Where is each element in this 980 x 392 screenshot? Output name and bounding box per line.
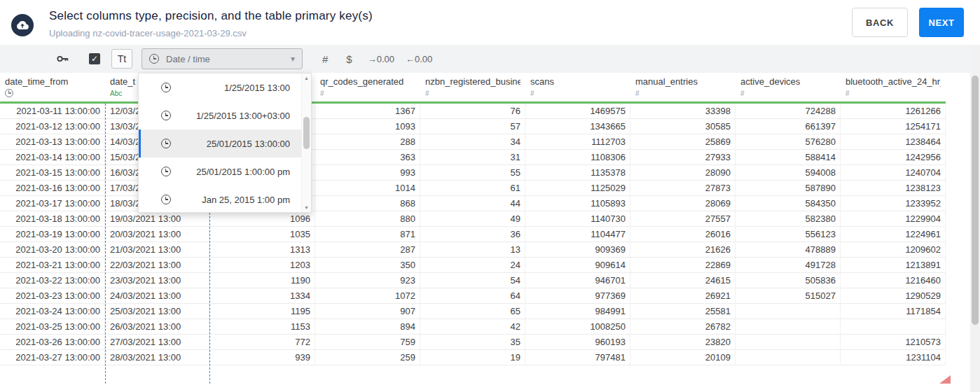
table-cell: 54 <box>420 273 525 288</box>
table-cell: 61 <box>420 181 525 195</box>
table-cell: 28069 <box>630 196 736 211</box>
clock-icon <box>161 111 171 120</box>
include-column-checkbox[interactable]: ✓ <box>89 53 100 64</box>
table-row: 2021-03-19 13:00:0020/03/2021 13:0010358… <box>0 227 946 242</box>
table-cell: 1469575 <box>525 104 630 118</box>
number-type-icon: # <box>846 90 850 97</box>
table-cell: 797481 <box>525 350 630 365</box>
table-cell: 977369 <box>525 288 630 303</box>
back-button[interactable]: BACK <box>852 8 908 37</box>
text-type-button[interactable]: Tt <box>111 49 132 69</box>
column-header[interactable]: active_devices# <box>736 73 841 104</box>
table-cell: 1367 <box>315 104 420 118</box>
table-cell: 939 <box>209 350 315 365</box>
primary-key-icon[interactable] <box>56 52 70 66</box>
table-cell: 894 <box>315 319 420 334</box>
table-cell: 772 <box>209 335 315 349</box>
table-cell <box>736 335 841 349</box>
dropdown-scrollbar[interactable]: ▲ ▼ <box>301 74 311 212</box>
table-cell: 2021-03-20 13:00:00 <box>0 242 105 257</box>
table-cell: 1233952 <box>841 196 946 211</box>
type-quality-bar <box>0 102 105 104</box>
table-cell <box>736 350 841 365</box>
table-row: 2021-03-20 13:00:0021/03/2021 13:0013132… <box>0 242 946 258</box>
date-format-dropdown: 1/25/2015 13:001/25/2015 13:00+03:0025/0… <box>138 73 312 213</box>
table-cell: 1135378 <box>525 165 630 180</box>
dropdown-scrollbar-thumb[interactable] <box>303 117 310 149</box>
table-corner-marker <box>939 375 951 384</box>
scroll-down-icon[interactable]: ▼ <box>302 205 311 210</box>
column-header[interactable]: bluetooth_active_24_hr_# <box>841 73 946 104</box>
table-cell: 26921 <box>630 288 736 303</box>
table-cell: 2021-03-25 13:00:00 <box>0 319 105 334</box>
table-cell: 1210573 <box>841 335 946 349</box>
table-cell: 26/03/2021 13:00 <box>105 319 209 334</box>
column-header[interactable]: nzbn_registered_busine# <box>420 73 525 104</box>
date-format-option[interactable]: 1/25/2015 13:00+03:00 <box>139 102 311 130</box>
number-type-icon: # <box>530 90 534 97</box>
table-cell: 868 <box>315 196 420 211</box>
table-cell: 24/03/2021 13:00 <box>105 288 209 303</box>
table-cell: 491728 <box>736 258 841 272</box>
table-row: 2021-03-18 13:00:0019/03/2021 13:0010968… <box>0 211 946 227</box>
date-format-option[interactable]: 1/25/2015 13:00 <box>139 74 311 102</box>
column-header[interactable]: date_time_from <box>0 73 105 104</box>
table-cell: 20/03/2021 13:00 <box>105 227 209 241</box>
table-cell: 1261266 <box>841 104 946 118</box>
decrease-decimals-button[interactable]: ←0.00 <box>406 54 432 64</box>
table-cell: 350 <box>315 258 420 272</box>
column-name: manual_entries <box>635 76 731 87</box>
currency-type-button[interactable]: $ <box>346 53 352 65</box>
table-cell: 20109 <box>630 350 736 365</box>
table-cell: 22/03/2021 13:00 <box>105 258 209 272</box>
table-cell: 13 <box>420 242 525 257</box>
date-format-option[interactable]: Jan 25, 2015 1:00 pm <box>139 186 311 214</box>
table-cell: 1224961 <box>841 227 946 241</box>
table-cell: 2021-03-21 13:00:00 <box>0 258 105 272</box>
table-cell: 2021-03-18 13:00:00 <box>0 211 105 226</box>
table-cell: 49 <box>420 211 525 226</box>
table-cell: 55 <box>420 165 525 180</box>
table-cell: 2021-03-26 13:00:00 <box>0 335 105 349</box>
table-cell: 588414 <box>736 150 841 164</box>
increase-decimals-button[interactable]: →0.00 <box>368 54 394 64</box>
table-cell: 1216460 <box>841 273 946 288</box>
type-quality-bar <box>736 102 841 104</box>
table-row: 2021-03-25 13:00:0026/03/2021 13:0011538… <box>0 319 946 335</box>
table-row: 2021-03-24 13:00:0025/03/2021 13:0011959… <box>0 304 946 319</box>
scroll-up-icon[interactable]: ▲ <box>302 76 311 80</box>
column-name: active_devices <box>740 76 836 87</box>
column-header[interactable]: manual_entries# <box>630 73 736 104</box>
table-cell: 478889 <box>736 242 841 257</box>
table-cell: 23/03/2021 13:00 <box>105 273 209 288</box>
date-format-label: 25/01/2015 1:00:00 pm <box>196 167 290 177</box>
table-cell: 363 <box>315 150 420 164</box>
main-scrollbar-thumb[interactable] <box>972 76 979 325</box>
column-header[interactable]: qr_codes_generated# <box>315 73 420 104</box>
table-cell: 2021-03-11 13:00:00 <box>0 104 105 118</box>
number-type-button[interactable]: # <box>322 53 328 65</box>
date-format-option[interactable]: 25/01/2015 13:00:00 <box>139 130 311 158</box>
date-format-list: 1/25/2015 13:001/25/2015 13:00+03:0025/0… <box>139 74 311 214</box>
number-type-icon: # <box>635 90 640 97</box>
table-cell: 1140730 <box>525 211 630 226</box>
table-cell: 23820 <box>630 335 736 349</box>
column-header[interactable]: scans# <box>525 73 630 104</box>
type-quality-bar <box>525 102 630 104</box>
table-cell <box>841 319 946 334</box>
next-button[interactable]: NEXT <box>919 8 964 37</box>
table-cell: 2021-03-16 13:00:00 <box>0 181 105 195</box>
table-cell: 27933 <box>630 150 736 164</box>
table-cell: 44 <box>420 196 525 211</box>
table-cell: 1112703 <box>525 134 630 149</box>
main-vertical-scrollbar[interactable] <box>970 45 980 392</box>
column-type-select[interactable]: Date / time ▾ <box>142 48 303 69</box>
date-format-option[interactable]: 25/01/2015 1:00:00 pm <box>139 158 311 186</box>
table-cell: 1190 <box>209 273 315 288</box>
clock-icon <box>161 167 171 176</box>
table-cell: 287 <box>315 242 420 257</box>
table-cell: 1203 <box>209 258 315 272</box>
clock-icon <box>161 195 171 204</box>
table-cell: 909369 <box>525 242 630 257</box>
table-cell: 1125029 <box>525 181 630 195</box>
